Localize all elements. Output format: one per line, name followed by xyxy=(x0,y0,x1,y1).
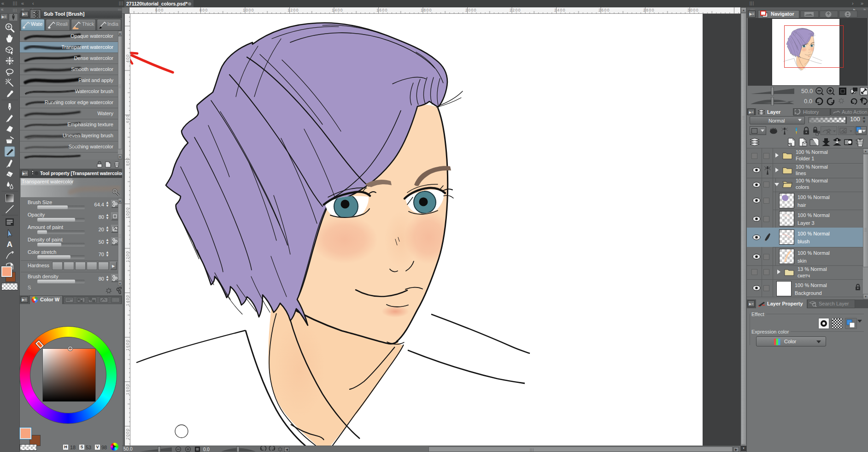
svg-text:0.0: 0.0 xyxy=(203,447,210,452)
svg-text:A: A xyxy=(7,240,12,249)
